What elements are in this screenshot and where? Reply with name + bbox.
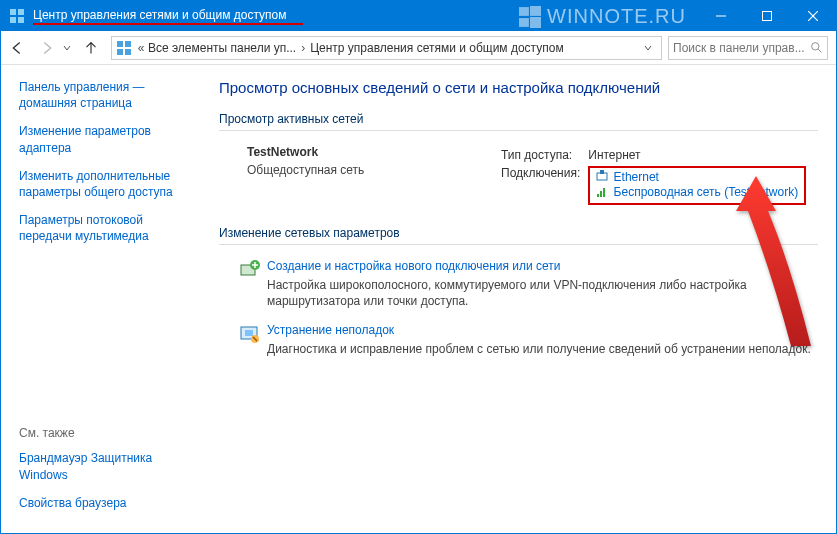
search-icon	[810, 41, 823, 54]
troubleshoot-icon	[239, 323, 267, 357]
new-connection-desc: Настройка широкополосного, коммутируемог…	[267, 277, 818, 309]
network-name: TestNetwork	[247, 145, 499, 159]
history-dropdown[interactable]	[61, 44, 73, 52]
svg-rect-3	[18, 17, 24, 23]
search-placeholder: Поиск в панели управ...	[673, 41, 810, 55]
breadcrumb-level2[interactable]: Центр управления сетями и общим доступом	[310, 41, 564, 55]
breadcrumb-dropdown[interactable]	[639, 41, 657, 55]
new-connection-link[interactable]: Создание и настройка нового подключения …	[267, 259, 561, 273]
sidebar-browser-link[interactable]: Свойства браузера	[19, 495, 191, 511]
svg-rect-1	[18, 9, 24, 15]
svg-rect-21	[600, 191, 602, 197]
chevron-right-icon: ›	[296, 41, 310, 55]
svg-rect-13	[125, 41, 131, 47]
svg-rect-22	[603, 188, 605, 197]
ethernet-link[interactable]: Ethernet	[614, 170, 659, 184]
titlebar: Центр управления сетями и общим доступом	[1, 1, 836, 31]
forward-button[interactable]	[33, 34, 61, 62]
svg-rect-26	[245, 330, 253, 336]
svg-rect-2	[10, 17, 16, 23]
connections-box: Ethernet Беспроводная сеть (TestNetwork)	[588, 166, 806, 205]
sidebar-firewall-link[interactable]: Брандмауэр Защитника Windows	[19, 450, 191, 482]
up-button[interactable]	[77, 34, 105, 62]
svg-line-17	[818, 49, 821, 52]
chevron-left-icon: «	[134, 41, 148, 55]
svg-rect-5	[763, 12, 772, 21]
svg-rect-19	[600, 170, 604, 174]
sidebar-adapter-link[interactable]: Изменение параметров адаптера	[19, 123, 191, 155]
access-label: Тип доступа:	[501, 147, 586, 163]
control-panel-icon	[116, 40, 132, 56]
svg-rect-12	[117, 41, 123, 47]
sidebar-media-link[interactable]: Параметры потоковой передачи мультимедиа	[19, 212, 191, 244]
breadcrumb-level1[interactable]: Все элементы панели уп...	[148, 41, 296, 55]
close-button[interactable]	[790, 1, 836, 31]
sidebar-sharing-link[interactable]: Изменить дополнительные параметры общего…	[19, 168, 191, 200]
svg-rect-15	[125, 49, 131, 55]
divider	[219, 244, 818, 245]
svg-rect-20	[597, 194, 599, 197]
access-value: Интернет	[588, 147, 812, 163]
ethernet-icon	[596, 170, 608, 185]
main-content: Просмотр основных сведений о сети и наст…	[201, 65, 836, 533]
minimize-button[interactable]	[698, 1, 744, 31]
see-also-label: См. также	[19, 426, 191, 440]
new-connection-icon	[239, 259, 267, 309]
active-networks-title: Просмотр активных сетей	[219, 112, 818, 126]
wifi-link[interactable]: Беспроводная сеть (TestNetwork)	[614, 185, 799, 199]
breadcrumb[interactable]: « Все элементы панели уп... › Центр упра…	[111, 36, 662, 60]
sidebar: Панель управления — домашняя страница Из…	[1, 65, 201, 533]
svg-rect-18	[597, 173, 607, 180]
maximize-button[interactable]	[744, 1, 790, 31]
back-button[interactable]	[3, 34, 31, 62]
page-heading: Просмотр основных сведений о сети и наст…	[219, 79, 818, 96]
divider	[219, 130, 818, 131]
search-input[interactable]: Поиск в панели управ...	[668, 36, 828, 60]
svg-rect-0	[10, 9, 16, 15]
change-settings-title: Изменение сетевых параметров	[219, 226, 818, 240]
troubleshoot-desc: Диагностика и исправление проблем с сеть…	[267, 341, 811, 357]
sidebar-home-link[interactable]: Панель управления — домашняя страница	[19, 79, 191, 111]
svg-point-16	[812, 43, 819, 50]
svg-rect-14	[117, 49, 123, 55]
connections-label: Подключения:	[501, 165, 586, 206]
wifi-icon	[596, 186, 608, 201]
troubleshoot-link[interactable]: Устранение неполадок	[267, 323, 394, 337]
app-icon	[9, 8, 25, 24]
navbar: « Все элементы панели уп... › Центр упра…	[1, 31, 836, 65]
network-type: Общедоступная сеть	[247, 163, 499, 177]
window-title: Центр управления сетями и общим доступом	[33, 8, 303, 25]
